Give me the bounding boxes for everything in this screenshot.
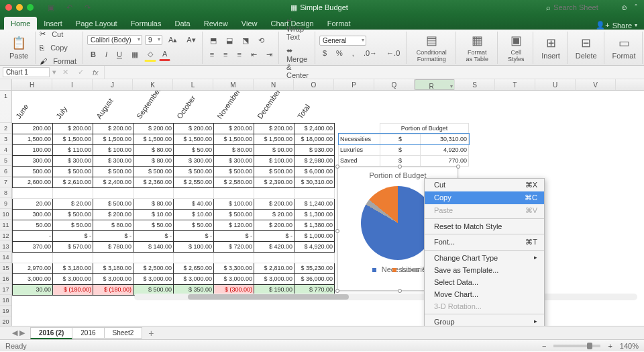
col-header[interactable]: S	[455, 79, 495, 90]
cancel-formula-icon[interactable]: ✕	[59, 66, 72, 79]
fill-color-button[interactable]: ◇	[144, 48, 156, 62]
col-header[interactable]: K	[133, 79, 173, 90]
maximize-window-icon[interactable]	[27, 4, 34, 11]
tab-home[interactable]: Home	[4, 17, 37, 30]
decrease-font-icon[interactable]: A▾	[183, 34, 199, 46]
col-header[interactable]: J	[93, 79, 133, 90]
row-header[interactable]: 3	[0, 134, 11, 144]
format-painter-button[interactable]: Format	[50, 55, 80, 67]
zoom-in-icon[interactable]: +	[604, 340, 615, 352]
row-header[interactable]: 16	[0, 273, 11, 284]
row-header[interactable]: 2	[0, 123, 11, 134]
sheet-tab[interactable]: 2016	[72, 327, 104, 339]
increase-decimal-icon[interactable]: .0→	[360, 47, 380, 59]
row-header[interactable]: 12	[0, 230, 11, 241]
name-box[interactable]: Chart 1	[3, 67, 50, 77]
indent-decrease-icon[interactable]: ⇤	[248, 48, 260, 61]
row-header[interactable]: 13	[0, 241, 11, 252]
redo-icon[interactable]: ↷	[81, 1, 94, 14]
menu-item[interactable]: Font...⌘T	[425, 236, 544, 249]
currency-button[interactable]: $	[319, 47, 330, 59]
number-format-select[interactable]: General	[319, 36, 366, 46]
zoom-out-icon[interactable]: −	[539, 340, 549, 352]
border-button[interactable]: ▦	[128, 48, 142, 61]
col-header[interactable]: H	[12, 79, 52, 90]
undo-icon[interactable]: ↶	[63, 1, 76, 14]
sheet-tab[interactable]: 2016 (2)	[30, 327, 72, 339]
tab-formulas[interactable]: Formulas	[124, 17, 168, 30]
cell-styles-button[interactable]: ▣Cell Styles	[502, 32, 530, 64]
format-cells-button[interactable]: ▭Format	[608, 34, 640, 61]
menu-item[interactable]: Change Chart Type	[425, 252, 544, 264]
col-header[interactable]: Q	[374, 79, 415, 90]
row-header[interactable]: 18	[0, 295, 11, 306]
save-icon[interactable]: ▣	[44, 1, 58, 14]
menu-item[interactable]: Copy⌘C	[425, 191, 544, 204]
paste-button[interactable]: 📋Paste	[5, 34, 32, 61]
zoom-slider[interactable]	[553, 345, 600, 347]
orientation-icon[interactable]: ⟲	[255, 34, 268, 47]
confirm-formula-icon[interactable]: ✓	[74, 66, 87, 79]
row-header[interactable]: 4	[0, 144, 11, 155]
wrap-text-button[interactable]: ↵ Wrap Text	[283, 14, 312, 43]
row-header[interactable]: 11	[0, 220, 11, 230]
font-size-select[interactable]: 9	[145, 35, 162, 45]
minimize-window-icon[interactable]	[16, 4, 23, 11]
fx-icon[interactable]: fx	[90, 69, 101, 77]
align-middle-icon[interactable]: ⬓	[223, 34, 236, 47]
row-header[interactable]: 5	[0, 155, 11, 166]
indent-increase-icon[interactable]: ⇥	[263, 48, 276, 61]
comma-button[interactable]: ,	[349, 47, 358, 59]
search-input[interactable]	[553, 3, 614, 11]
insert-cells-button[interactable]: ⊞Insert	[537, 34, 564, 61]
col-header[interactable]: N	[254, 79, 294, 90]
row-header[interactable]: 9	[0, 198, 11, 209]
row-header[interactable]: 19	[0, 306, 11, 316]
align-center-icon[interactable]: ≡	[220, 48, 231, 60]
row-header[interactable]: 17	[0, 284, 11, 295]
format-as-table-button[interactable]: ▦Format as Table	[460, 32, 494, 64]
col-header[interactable]: R	[415, 79, 455, 90]
conditional-formatting-button[interactable]: ▤Conditional Formatting	[411, 32, 452, 64]
menu-item[interactable]: Group	[425, 316, 544, 326]
font-select[interactable]: Calibri (Body)	[87, 35, 142, 45]
align-left-icon[interactable]: ≡	[207, 48, 217, 60]
col-header[interactable]: V	[576, 79, 616, 90]
share-button[interactable]: 👤+Share ▾	[596, 21, 644, 30]
zoom-value[interactable]: 140%	[620, 342, 639, 350]
close-window-icon[interactable]	[5, 4, 12, 11]
col-header[interactable]: P	[334, 79, 374, 90]
tab-review[interactable]: Review	[197, 17, 235, 30]
percent-button[interactable]: %	[333, 47, 346, 59]
underline-button[interactable]: U	[113, 48, 125, 60]
add-sheet-button[interactable]: +	[142, 328, 160, 339]
increase-font-icon[interactable]: A▴	[165, 34, 180, 46]
tab-view[interactable]: View	[235, 17, 264, 30]
align-right-icon[interactable]: ≡	[234, 48, 245, 60]
row-header[interactable]: 20	[0, 316, 11, 326]
cut-button[interactable]: Cut	[48, 28, 66, 40]
overflow-icon[interactable]: ˆ	[635, 3, 637, 11]
align-top-icon[interactable]: ⬒	[207, 34, 220, 47]
horizontal-scrollbar[interactable]	[134, 294, 637, 300]
row-header[interactable]: 15	[0, 263, 11, 273]
row-header[interactable]: 8	[0, 187, 11, 198]
col-header[interactable]: U	[535, 79, 576, 90]
formula-input[interactable]	[104, 66, 641, 79]
tab-format[interactable]: Format	[321, 17, 358, 30]
col-header[interactable]: O	[294, 79, 334, 90]
col-header[interactable]: M	[213, 79, 254, 90]
row-header[interactable]: 1	[0, 91, 11, 123]
cells-area[interactable]: JuneJulyAugustSeptemberOctoberNovemberDe…	[12, 91, 644, 326]
align-bottom-icon[interactable]: ⬔	[239, 34, 252, 47]
delete-cells-button[interactable]: ⊟Delete	[572, 34, 601, 61]
row-header[interactable]: 7	[0, 177, 11, 187]
sheets-nav-icon[interactable]: ◀ ▶	[12, 328, 30, 337]
menu-item[interactable]: Reset to Match Style	[425, 220, 544, 232]
menu-item[interactable]: Save as Template...	[425, 264, 544, 276]
italic-button[interactable]: I	[102, 48, 111, 60]
copy-button[interactable]: Copy	[47, 42, 71, 54]
menu-item[interactable]: Move Chart...	[425, 288, 544, 300]
sheet-tab[interactable]: Sheet2	[104, 327, 143, 339]
user-icon[interactable]: ☺	[621, 3, 628, 11]
